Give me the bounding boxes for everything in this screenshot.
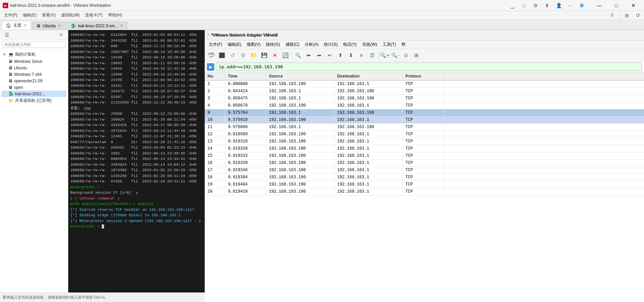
ws-menu-tools[interactable]: 工具(T) bbox=[380, 40, 399, 49]
ws-prev-icon[interactable]: ⬅ bbox=[303, 51, 314, 60]
sidebar-item-mycomputer[interactable]: ▼ 💻 我的计算机 bbox=[1, 51, 67, 58]
ws-zoomout-icon[interactable]: 🔍- bbox=[390, 51, 400, 60]
terminal-line: 100666/rw-rw-rw- 3384024 fil 2022-05-14 … bbox=[70, 162, 202, 168]
menu-help[interactable]: 帮助(H) bbox=[105, 11, 125, 19]
table-row[interactable]: 149.619328192.168.163.190192.168.163.1TC… bbox=[205, 145, 644, 152]
ws-menu-phone[interactable]: 电话(Y) bbox=[340, 40, 359, 49]
table-row[interactable]: 30.050475192.168.163.1192.168.163.190TCP bbox=[205, 95, 644, 102]
ws-menu-view[interactable]: 视图(V) bbox=[244, 40, 263, 49]
col-protocol: Protoco bbox=[403, 72, 444, 80]
sidebar-item-shared[interactable]: 📁 共享虚拟机 (已弃用) bbox=[1, 97, 67, 104]
ws-grid-icon[interactable]: ⊞ bbox=[411, 51, 421, 60]
ws-jump-icon[interactable]: ↩ bbox=[325, 51, 335, 60]
table-row[interactable]: 40.050670192.168.163.190192.168.163.1TCP bbox=[205, 102, 644, 109]
ws-title-bar: * *VMware Network Adapter VMnet8 bbox=[205, 30, 644, 40]
sidebar-item-win7[interactable]: 🖥 Windows 7 x64 bbox=[1, 71, 67, 78]
more-icon[interactable]: ··· bbox=[566, 1, 575, 10]
table-cell: 10 bbox=[205, 116, 225, 123]
ws-up-icon[interactable]: ⬆ bbox=[335, 51, 345, 60]
window-maximize-btn[interactable]: □ bbox=[609, 0, 624, 11]
tab-ubuntu-close[interactable]: ✕ bbox=[58, 24, 61, 28]
menu-tab[interactable]: 选项卡(T) bbox=[82, 11, 105, 19]
tab-kali[interactable]: 🐉 kali-linux-2022.3-vm... ✕ bbox=[66, 22, 128, 30]
sidebar-btn-1[interactable]: ☰ bbox=[2, 30, 12, 40]
ws-list-icon[interactable]: ☰ bbox=[367, 51, 377, 60]
table-row[interactable]: 169.619339192.168.163.190192.168.163.1TC… bbox=[205, 160, 644, 167]
tab-kali-close[interactable]: ✕ bbox=[120, 24, 123, 28]
ws-restart-icon[interactable]: ↺ bbox=[227, 51, 238, 60]
ws-align-icon[interactable]: ≡ bbox=[356, 51, 367, 60]
ws-save-icon[interactable]: 💾 bbox=[259, 51, 269, 60]
sidebar-item-openeuler[interactable]: 🖥 openeuler21.09 bbox=[1, 78, 67, 84]
table-row[interactable]: 20.043424192.168.163.1192.168.163.190TCP bbox=[205, 88, 644, 95]
ws-menu-capture[interactable]: 捕获(C) bbox=[283, 40, 302, 49]
window-minimize-btn[interactable]: — bbox=[591, 0, 607, 11]
table-cell: 192.168.163.190 bbox=[266, 174, 334, 181]
tab-ubuntu[interactable]: 🖥 Ubuntu ✕ bbox=[32, 22, 66, 30]
table-row[interactable]: 119.576066192.168.163.1192.168.163.190TC… bbox=[205, 124, 644, 131]
table-row[interactable]: 109.575910192.168.163.190192.168.163.1TC… bbox=[205, 116, 644, 124]
table-row[interactable]: 129.618589192.168.163.190192.168.163.1TC… bbox=[205, 131, 644, 138]
table-row[interactable]: 159.619333192.168.163.190192.168.163.1TC… bbox=[205, 152, 644, 160]
ws-close-icon[interactable]: ✕ bbox=[270, 51, 280, 60]
ws-zoomin-icon[interactable]: 🔍+ bbox=[380, 51, 390, 60]
terminal-line: 100666/rw-rw-rw- 10683 fil 2023-01-11 03… bbox=[70, 60, 202, 66]
ws-down-icon[interactable]: ⬇ bbox=[346, 51, 356, 60]
sidebar-item-kali[interactable]: 🐉 kali-linux-2022... bbox=[1, 91, 67, 97]
sidebar-search-input[interactable] bbox=[2, 41, 66, 48]
table-row[interactable]: 139.619318192.168.163.190192.168.163.1TC… bbox=[205, 138, 644, 145]
ws-menu-analyze[interactable]: 分析(A) bbox=[302, 40, 321, 49]
table-row[interactable]: 10.000000192.168.163.190192.168.163.1TCP bbox=[205, 81, 644, 88]
table-row[interactable]: 199.619404192.168.163.190192.168.163.1TC… bbox=[205, 181, 644, 188]
ws-menu-edit[interactable]: 编辑(E) bbox=[225, 40, 244, 49]
ws-gear-icon[interactable]: ⚙ bbox=[238, 51, 248, 60]
tab-home[interactable]: 🏠 主页 ✕ bbox=[1, 21, 31, 30]
table-cell: 9.619346 bbox=[225, 167, 266, 174]
menu-vm[interactable]: 虚拟机(M) bbox=[58, 11, 82, 19]
ws-search-icon[interactable]: 🔍 bbox=[293, 51, 303, 60]
ws-filter-input[interactable] bbox=[216, 63, 642, 71]
table-row[interactable]: 189.619394192.168.163.190192.168.163.1TC… bbox=[205, 174, 644, 181]
ws-reload-icon[interactable]: 🔄 bbox=[280, 51, 290, 60]
ws-folder-icon[interactable]: 📁 bbox=[248, 51, 259, 60]
packet-table: No. Time Source Destination Protoco 10.0… bbox=[205, 72, 644, 302]
terminal-line: 100666/rw-rw-rw- 889 fil 2022-11-12 00:1… bbox=[70, 43, 202, 49]
sidebar-toolbar: ☰ ✕ bbox=[0, 30, 68, 40]
table-cell: TCP bbox=[403, 81, 444, 87]
table-row[interactable]: 179.619346192.168.163.190192.168.163.1TC… bbox=[205, 167, 644, 174]
vm-refresh-icon[interactable]: ↺ bbox=[633, 11, 643, 20]
ws-menu-jump[interactable]: 跳转(G) bbox=[263, 40, 283, 49]
window-close-btn[interactable]: ✕ bbox=[626, 0, 641, 11]
bing-icon[interactable]: B bbox=[577, 1, 587, 10]
sidebar-close[interactable]: ✕ bbox=[56, 30, 66, 40]
maximize-icon[interactable]: □ bbox=[519, 1, 529, 10]
ws-next-icon[interactable]: ➡ bbox=[314, 51, 324, 60]
download-icon[interactable]: ⬇ bbox=[542, 1, 552, 10]
ws-menu-stats[interactable]: 统计(S) bbox=[321, 40, 340, 49]
sidebar-item-winserver[interactable]: 🖥 Windows Serve bbox=[1, 58, 67, 65]
terminal-line: [*] Meterpreter session 3 opened (192.16… bbox=[70, 218, 202, 224]
menu-edit[interactable]: 编辑(E) bbox=[20, 11, 39, 19]
minimize-icon[interactable]: ⎯ bbox=[507, 1, 517, 10]
ws-menu-wireless[interactable]: 无线(W) bbox=[359, 40, 380, 49]
table-cell: 9.619333 bbox=[225, 152, 266, 159]
terminal-area[interactable]: 100666/rw-rw-rw- 6322604 fil 2023-01-03 … bbox=[68, 30, 205, 302]
sidebar-item-ubuntu[interactable]: 🖥 Ubuntu bbox=[1, 65, 67, 71]
table-row[interactable]: 209.619410192.168.163.190192.168.163.1TC… bbox=[205, 188, 644, 195]
table-row[interactable]: 99.575704192.168.163.1192.168.163.190TCP bbox=[205, 109, 644, 116]
table-cell: 2 bbox=[205, 88, 225, 95]
ws-menu-more[interactable]: 帮 bbox=[399, 40, 408, 49]
vm-settings-icon[interactable]: ⊞ bbox=[622, 11, 632, 20]
ws-menu-file[interactable]: 文件(F) bbox=[206, 40, 225, 49]
ws-stop-icon[interactable]: ⬛ bbox=[217, 51, 227, 60]
settings-icon[interactable]: ⚙ bbox=[531, 1, 540, 10]
ws-shark-icon[interactable]: 🦈 bbox=[206, 51, 216, 60]
pause-icon[interactable]: ⏸ bbox=[607, 11, 617, 20]
user-icon[interactable]: 👤 bbox=[554, 1, 563, 10]
tab-home-close[interactable]: ✕ bbox=[24, 23, 27, 28]
ws-zoomreset-icon[interactable]: ⊙ bbox=[401, 51, 411, 60]
table-cell: 192.168.163.190 bbox=[266, 81, 334, 87]
sidebar-item-open[interactable]: 🖥 open bbox=[1, 84, 67, 91]
menu-view[interactable]: 查看(V) bbox=[39, 11, 58, 19]
menu-file[interactable]: 文件(F) bbox=[1, 11, 20, 19]
